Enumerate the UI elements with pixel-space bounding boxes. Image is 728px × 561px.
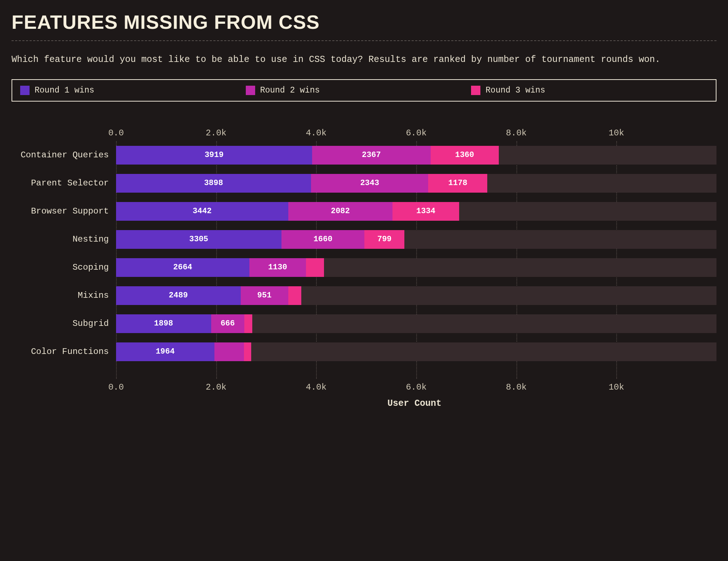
bar-segment: 3442 [116, 202, 288, 221]
legend-swatch [246, 86, 255, 95]
legend-label: Round 2 wins [260, 86, 320, 95]
x-ticks-top: 0.02.0k4.0k6.0k8.0k10k [116, 127, 716, 141]
legend-swatch [20, 86, 30, 95]
chart-title: FEATURES MISSING FROM CSS [12, 11, 716, 33]
legend-swatch [471, 86, 480, 95]
legend-label: Round 1 wins [35, 86, 94, 95]
bar-segment: 2489 [116, 286, 241, 305]
bar-segment: 2664 [116, 258, 249, 277]
bar-value-label: 2664 [173, 263, 192, 272]
x-ticks-bottom: 0.02.0k4.0k6.0k8.0k10k [116, 379, 716, 393]
y-axis-label: Parent Selector [15, 169, 116, 197]
y-axis-label: Color Functions [15, 338, 116, 366]
legend-item: Round 1 wins [20, 86, 94, 95]
y-axis-labels: Container QueriesParent SelectorBrowser … [15, 127, 116, 393]
bar-value-label: 2367 [362, 151, 381, 160]
bar-value-label: 3898 [204, 179, 223, 188]
bar-value-label: 1360 [455, 151, 474, 160]
bar-row: 1898666 [116, 310, 716, 338]
legend: Round 1 winsRound 2 winsRound 3 wins [12, 79, 716, 102]
bar-value-label: 1660 [314, 235, 333, 244]
bar-segment: 3919 [116, 146, 312, 165]
x-tick-label: 10k [609, 128, 624, 138]
bar-value-label: 1130 [268, 263, 287, 272]
bar-row: 391923671360 [116, 141, 716, 169]
bar-value-label: 3305 [189, 235, 208, 244]
bar-value-label: 799 [377, 235, 392, 244]
x-tick-label: 6.0k [406, 128, 427, 138]
bar-segment [288, 286, 301, 305]
x-tick-label: 0.0 [108, 128, 124, 138]
bar-row: 344220821334 [116, 197, 716, 225]
bar-row: 1964 [116, 338, 716, 366]
chart: Container QueriesParent SelectorBrowser … [12, 127, 716, 393]
y-axis-label: Mixins [15, 282, 116, 310]
y-axis-label: Scoping [15, 253, 116, 282]
bar-value-label: 1964 [156, 347, 175, 356]
x-tick-label: 6.0k [406, 382, 427, 392]
bar-row: 26641130 [116, 253, 716, 282]
bar-segment: 3305 [116, 230, 281, 249]
bar-row: 2489951 [116, 282, 716, 310]
bar-segment: 2082 [288, 202, 392, 221]
bar-segment: 2343 [311, 174, 428, 193]
bar-value-label: 1898 [154, 319, 173, 328]
bar-value-label: 3442 [193, 207, 212, 216]
bar-value-label: 1178 [448, 179, 467, 188]
legend-label: Round 3 wins [485, 86, 545, 95]
bar-segment: 666 [211, 314, 244, 333]
bar-value-label: 2343 [360, 179, 379, 188]
bar-value-label: 951 [257, 291, 272, 300]
x-tick-label: 4.0k [306, 382, 327, 392]
bars: 3919236713603898234311783442208213343305… [116, 141, 716, 366]
x-tick-label: 4.0k [306, 128, 327, 138]
y-axis-label: Container Queries [15, 141, 116, 169]
bar-segment: 1178 [428, 174, 487, 193]
x-tick-label: 2.0k [206, 128, 227, 138]
bar-value-label: 1334 [416, 207, 435, 216]
bar-value-label: 666 [221, 319, 235, 328]
x-tick-label: 8.0k [506, 128, 527, 138]
x-tick-label: 2.0k [206, 382, 227, 392]
y-axis-label: Nesting [15, 225, 116, 253]
bar-segment [306, 258, 324, 277]
bar-row: 33051660799 [116, 225, 716, 253]
divider [12, 40, 716, 41]
legend-item: Round 2 wins [246, 86, 320, 95]
bar-segment: 1360 [431, 146, 499, 165]
bar-value-label: 3919 [205, 151, 224, 160]
legend-item: Round 3 wins [471, 86, 545, 95]
bar-value-label: 2489 [169, 291, 188, 300]
bar-segment [214, 342, 244, 361]
x-tick-label: 8.0k [506, 382, 527, 392]
bar-row: 389823431178 [116, 169, 716, 197]
bar-segment [244, 314, 252, 333]
bar-segment [244, 342, 252, 361]
bar-segment: 951 [241, 286, 288, 305]
x-tick-label: 10k [609, 382, 624, 392]
bar-value-label: 2082 [331, 207, 350, 216]
plot-area: 0.02.0k4.0k6.0k8.0k10k 39192367136038982… [116, 127, 716, 393]
bar-segment: 1660 [281, 230, 364, 249]
bar-segment: 1334 [392, 202, 459, 221]
bar-segment: 1964 [116, 342, 214, 361]
bar-segment: 3898 [116, 174, 311, 193]
y-axis-label: Subgrid [15, 310, 116, 338]
bar-segment: 1130 [249, 258, 306, 277]
chart-subtitle: Which feature would you most like to be … [12, 51, 716, 68]
bar-segment: 2367 [312, 146, 431, 165]
x-axis-label: User Count [12, 398, 716, 409]
y-axis-label: Browser Support [15, 197, 116, 225]
x-tick-label: 0.0 [108, 382, 124, 392]
bar-segment: 799 [364, 230, 404, 249]
bar-segment: 1898 [116, 314, 211, 333]
